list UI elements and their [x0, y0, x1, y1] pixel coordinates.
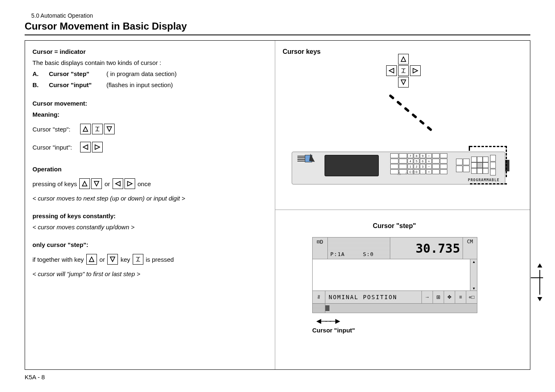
left-key-icon — [80, 142, 91, 152]
display-example-panel: Cursor "step" ⊟D P:1A S:0 30.735 CM ▴▾ — [275, 210, 530, 369]
item-a-letter: A. — [32, 70, 41, 77]
press-once-row: pressing of keys or once — [32, 178, 267, 189]
page-key-icon — [398, 65, 409, 76]
programmable-label: PROGRAMMABLE — [468, 178, 500, 182]
svg-marker-15 — [537, 297, 542, 301]
footer-btn-icon: ≡ — [455, 291, 466, 303]
meaning-heading: Meaning: — [32, 111, 267, 118]
footer-mode-icon: ⥯ — [313, 291, 325, 303]
highlight-bracket-icon — [470, 146, 507, 147]
pressing-keys-text: pressing of keys — [32, 180, 77, 187]
input-cursor-icon — [325, 305, 329, 311]
footer-btn-icon: ⊞ — [433, 291, 444, 303]
or-text: or — [99, 256, 105, 263]
is-pressed-text: is pressed — [146, 256, 174, 263]
input-row-left — [313, 304, 325, 313]
panel-screen-icon — [325, 155, 379, 176]
svg-marker-14 — [537, 263, 542, 267]
section-number: 5.0 Automatic Operation — [31, 12, 530, 19]
cursor-step-title: Cursor "step" — [312, 222, 477, 230]
right-key-icon — [92, 142, 103, 152]
up-key-icon — [79, 178, 90, 189]
left-column: Cursor = indicator The basic displays co… — [25, 41, 275, 369]
footer-btn-icon: → — [421, 291, 433, 303]
header-mid-cell: P:1A S:0 — [328, 238, 390, 259]
up-key-icon — [80, 124, 91, 134]
panel-right-keys-icon — [456, 153, 497, 177]
up-key-icon — [86, 254, 97, 265]
header-left-cell: ⊟D — [313, 238, 328, 259]
step-label: Cursor "step": — [32, 126, 78, 133]
svg-marker-12 — [413, 68, 417, 73]
input-label: Cursor "input": — [32, 144, 78, 151]
highlight-bracket-icon — [469, 146, 470, 151]
right-column: Cursor keys 789÷ 456× — [275, 41, 530, 369]
step-keys-row: Cursor "step": — [32, 124, 267, 134]
item-a-name: Cursor "step" — [49, 70, 98, 77]
cursor-keys-panel: Cursor keys 789÷ 456× — [275, 41, 530, 210]
svg-marker-13 — [401, 80, 405, 84]
page-title: Cursor Movement in Basic Display — [25, 21, 530, 35]
together-text1: if together with key — [32, 256, 84, 263]
or-text: or — [104, 180, 110, 187]
svg-marker-9 — [111, 257, 115, 261]
svg-marker-1 — [107, 127, 111, 131]
up-key-icon — [398, 54, 409, 65]
left-key-icon — [386, 65, 397, 76]
constantly-heading: pressing of keys constantly: — [32, 212, 267, 219]
item-b-name: Cursor "input" — [49, 81, 98, 88]
cursor-key-cluster — [386, 53, 421, 88]
svg-marker-2 — [83, 145, 88, 149]
right-key-icon — [124, 178, 135, 189]
left-key-icon — [113, 178, 123, 189]
result1-text: < cursor moves to next step (up or down)… — [32, 195, 267, 202]
left-right-arrow-icon: ◄───► — [315, 316, 477, 326]
right-key-icon — [410, 65, 421, 76]
down-key-icon — [398, 77, 409, 88]
up-down-arrow-icon — [537, 263, 543, 301]
operation-heading: Operation — [32, 166, 267, 173]
header-unit-cell: CM — [463, 238, 477, 259]
header-value-cell: 30.735 — [390, 238, 463, 259]
list-item-a: A. Cursor "step" ( in program data secti… — [32, 70, 267, 77]
svg-marker-10 — [401, 57, 405, 61]
svg-marker-0 — [83, 127, 88, 131]
logo-icon — [297, 154, 314, 165]
result2-text: < cursor moves constantly up/down > — [32, 224, 267, 231]
cursor-movement-heading: Cursor movement: — [32, 100, 267, 107]
once-text: once — [138, 180, 151, 187]
display-screen: ⊟D P:1A S:0 30.735 CM ▴▾ ⥯ NOMINAL POSI — [312, 237, 477, 313]
svg-marker-3 — [95, 145, 99, 149]
brightness-label: △ ☼ ▽ — [398, 171, 417, 175]
svg-marker-5 — [94, 181, 99, 186]
control-panel-illustration: 789÷ 456× 123− C0.+ △ ☼ ▽ PROGRAMMABLE — [292, 148, 505, 184]
cursor-indicator-heading: Cursor = indicator — [32, 48, 267, 55]
diagonal-arrow-icon — [389, 94, 433, 131]
footer-btn-icon: «□ — [466, 291, 477, 303]
input-row-rest — [329, 304, 477, 313]
footer-button-row: → ⊞ ✥ ≡ «□ — [421, 291, 477, 303]
result3-text: < cursor will "jump" to first or last st… — [32, 270, 267, 277]
together-text2: key — [120, 256, 130, 263]
together-row: if together with key or key is pressed — [32, 254, 267, 265]
page-key-icon — [92, 124, 103, 134]
page-key-icon — [133, 254, 143, 265]
highlight-bracket-icon — [470, 183, 507, 184]
down-key-icon — [104, 124, 115, 134]
item-a-desc: ( in program data section) — [106, 70, 177, 77]
svg-marker-8 — [89, 257, 94, 261]
highlight-bracket-icon — [506, 146, 507, 177]
scrollbar-icon: ▴▾ — [470, 259, 477, 291]
svg-marker-7 — [127, 181, 132, 186]
svg-marker-4 — [83, 181, 87, 186]
svg-marker-11 — [389, 68, 394, 73]
footer-text: NOMINAL POSITION — [325, 291, 421, 303]
down-key-icon — [91, 178, 102, 189]
list-item-b: B. Cursor "input" (flashes in input sect… — [32, 81, 267, 88]
footer-btn-icon: ✥ — [444, 291, 455, 303]
item-b-letter: B. — [32, 81, 41, 88]
cursor-input-title: Cursor "input" — [312, 327, 477, 334]
only-step-heading: only cursor "step": — [32, 241, 267, 248]
intro-text: The basic displays contain two kinds of … — [32, 59, 267, 66]
input-keys-row: Cursor "input": — [32, 142, 267, 152]
